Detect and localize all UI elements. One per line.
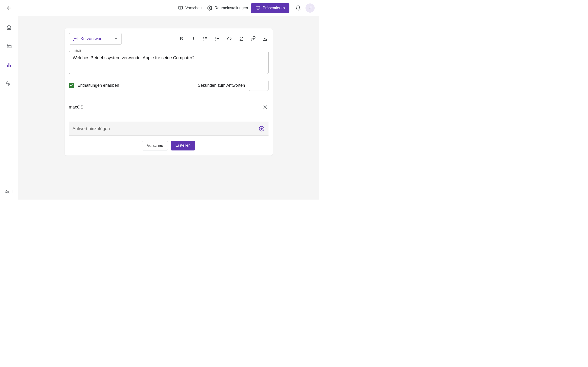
notifications-button[interactable] — [293, 3, 303, 13]
content-field[interactable]: Inhalt Welches Betriebssystem verwendet … — [69, 51, 268, 74]
add-answer-field[interactable]: Antwort hinzufügen — [69, 122, 268, 136]
svg-rect-4 — [8, 45, 11, 48]
allow-abstain-checkbox[interactable] — [69, 83, 74, 88]
bold-button[interactable]: B — [178, 35, 185, 42]
svg-point-8 — [6, 190, 7, 192]
svg-point-18 — [203, 40, 204, 40]
bullet-list-button[interactable] — [202, 35, 209, 42]
answer-input[interactable]: macOS — [69, 105, 259, 110]
svg-rect-25 — [216, 40, 219, 40]
image-icon — [262, 36, 268, 42]
remove-answer-button[interactable] — [262, 104, 268, 110]
back-button[interactable] — [5, 3, 14, 13]
check-icon — [69, 83, 73, 87]
answer-row: macOS — [69, 104, 268, 113]
svg-rect-6 — [9, 63, 9, 67]
sigma-icon — [238, 36, 244, 42]
svg-point-2 — [209, 7, 210, 9]
italic-button[interactable]: I — [190, 35, 197, 42]
sidebar-home[interactable] — [4, 23, 14, 33]
preview-button[interactable]: Vorschau — [142, 141, 168, 150]
header-settings-button[interactable]: Raumeinstellungen — [204, 4, 251, 12]
svg-rect-7 — [10, 65, 11, 67]
svg-point-16 — [203, 38, 204, 39]
header-preview-button[interactable]: Vorschau — [175, 4, 204, 12]
header-preview-label: Vorschau — [185, 6, 202, 10]
people-icon — [5, 190, 10, 194]
svg-point-9 — [8, 191, 9, 192]
top-header: Vorschau Raumeinstellungen Präsentieren … — [0, 0, 319, 16]
add-answer-placeholder: Antwort hinzufügen — [73, 126, 258, 131]
seconds-label: Sekunden zum Antworten — [198, 83, 245, 88]
svg-rect-23 — [216, 38, 219, 39]
question-type-label: Kurzantwort — [81, 36, 103, 41]
question-type-select[interactable]: Kurzantwort — [69, 33, 122, 44]
participants-number: 1 — [11, 190, 13, 194]
participants-count[interactable]: 1 — [5, 190, 13, 194]
create-button[interactable]: Erstellen — [171, 141, 195, 150]
gear-icon — [207, 6, 212, 10]
svg-rect-5 — [7, 65, 8, 67]
svg-point-1 — [180, 7, 181, 8]
bullet-list-icon — [203, 36, 208, 42]
header-settings-label: Raumeinstellungen — [215, 6, 248, 10]
thumbs-icon — [6, 81, 12, 87]
link-button[interactable] — [250, 35, 257, 42]
avatar-initial: U — [309, 6, 311, 10]
arrow-left-icon — [6, 5, 12, 11]
numbered-list-button[interactable]: 123 — [214, 35, 221, 42]
svg-rect-15 — [205, 37, 207, 38]
image-button[interactable] — [262, 35, 268, 42]
svg-rect-17 — [205, 39, 207, 39]
content-text[interactable]: Welches Betriebssystem verwendet Apple f… — [73, 55, 265, 67]
allow-abstain-label: Enthaltungen erlauben — [78, 83, 119, 88]
present-label: Präsentieren — [263, 6, 285, 10]
svg-point-12 — [75, 38, 75, 39]
svg-point-14 — [203, 37, 204, 38]
short-answer-icon — [72, 36, 78, 42]
format-toolbar: B I 123 — [178, 35, 268, 42]
sidebar-qa[interactable] — [4, 41, 14, 51]
svg-rect-0 — [179, 6, 183, 9]
avatar[interactable]: U — [305, 3, 315, 13]
svg-point-13 — [76, 38, 76, 39]
home-icon — [6, 25, 12, 31]
bell-icon — [295, 5, 301, 11]
present-button[interactable]: Präsentieren — [251, 3, 289, 13]
link-icon — [250, 36, 256, 42]
main-area: Kurzantwort B I 123 — [18, 16, 319, 200]
sidebar-feedback[interactable] — [4, 79, 14, 89]
numbered-list-icon: 123 — [215, 36, 220, 42]
svg-text:3: 3 — [215, 40, 216, 41]
svg-point-27 — [264, 38, 265, 39]
svg-rect-3 — [256, 6, 260, 9]
svg-rect-26 — [263, 37, 267, 41]
present-icon — [255, 6, 260, 10]
add-answer-button[interactable] — [258, 125, 265, 132]
bar-chart-icon — [6, 62, 12, 68]
preview-icon — [178, 6, 183, 10]
svg-point-11 — [74, 38, 74, 39]
chevron-down-icon — [114, 36, 118, 41]
sidebar: 1 — [0, 16, 18, 200]
sidebar-polls[interactable] — [4, 60, 14, 70]
question-editor-card: Kurzantwort B I 123 — [65, 28, 273, 156]
code-button[interactable] — [226, 35, 233, 42]
svg-rect-19 — [205, 40, 207, 40]
formula-button[interactable] — [238, 35, 245, 42]
content-legend: Inhalt — [72, 49, 82, 52]
code-icon — [226, 36, 232, 42]
chat-icon — [6, 43, 12, 49]
seconds-input[interactable] — [249, 80, 268, 91]
svg-rect-21 — [216, 37, 219, 37]
